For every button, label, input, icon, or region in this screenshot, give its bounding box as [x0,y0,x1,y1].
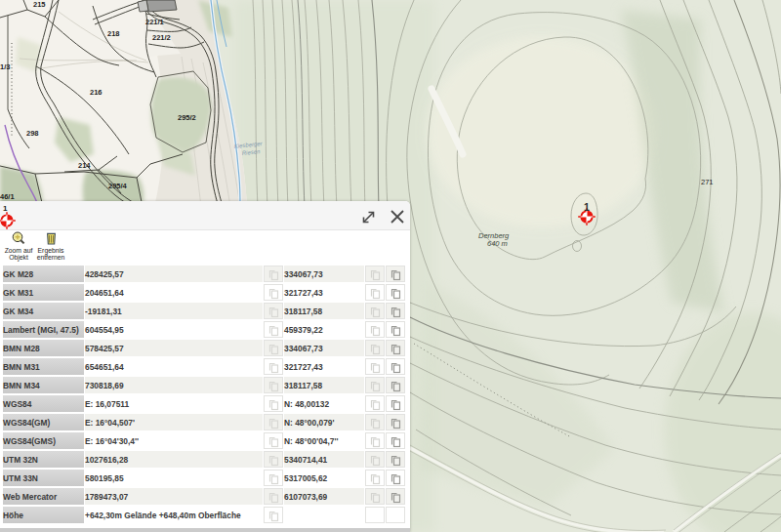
svg-text:1/3: 1/3 [0,62,10,71]
svg-text:295/2: 295/2 [178,113,196,122]
svg-text:295/4: 295/4 [108,182,128,190]
svg-text:216: 216 [90,88,103,97]
svg-text:215: 215 [33,0,46,9]
svg-text:221/2: 221/2 [152,33,171,42]
svg-text:1: 1 [584,201,590,213]
svg-text:218: 218 [107,29,120,38]
svg-text:271: 271 [701,178,714,186]
svg-text:46/1: 46/1 [0,192,15,201]
svg-text:214: 214 [78,161,91,170]
svg-text:298: 298 [26,129,39,138]
svg-text:221/1: 221/1 [145,18,164,26]
svg-text:640 m: 640 m [487,239,508,248]
